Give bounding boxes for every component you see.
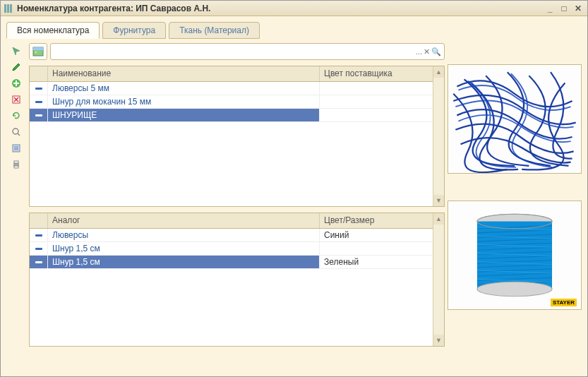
bottom-grid-header: Аналог Цвет/Размер — [30, 213, 433, 229]
svg-point-41 — [477, 282, 552, 296]
tab-all-nomenclature[interactable]: Вся номенклатура — [6, 22, 100, 39]
table-row[interactable]: Шнур 1,5 см — [30, 242, 433, 256]
window-title: Номенклатура контрагента: ИП Саврасов А.… — [17, 4, 542, 13]
titlebar: Номенклатура контрагента: ИП Саврасов А.… — [1, 1, 587, 16]
tabs-bar: Вся номенклатура Фурнитура Ткань (Матери… — [6, 22, 582, 39]
svg-rect-14 — [33, 47, 43, 50]
col-marker — [30, 66, 48, 81]
app-window: Номенклатура контрагента: ИП Саврасов А.… — [0, 0, 588, 377]
col-analog[interactable]: Аналог — [48, 213, 320, 228]
svg-rect-0 — [4, 4, 6, 13]
top-grid-header: Наименование Цвет поставщика — [30, 66, 433, 82]
col-marker — [30, 213, 48, 228]
right-column: STAYER — [448, 43, 582, 371]
app-icon — [4, 4, 13, 13]
image-filter-button[interactable] — [29, 43, 47, 60]
edit-icon[interactable] — [9, 61, 23, 73]
svg-point-5 — [13, 128, 18, 134]
scroll-down-icon[interactable]: ▼ — [433, 335, 444, 346]
table-row[interactable]: Люверсы Синий — [30, 229, 433, 242]
table-row[interactable]: Шнур 1,5 см Зеленый — [30, 256, 433, 269]
search-box: ... ✕ 🔍 — [50, 43, 445, 60]
main-area: ... ✕ 🔍 Наименование Цвет поставщика — [6, 43, 582, 371]
scroll-up-icon[interactable]: ▲ — [433, 66, 444, 78]
col-name[interactable]: Наименование — [48, 66, 320, 81]
add-icon[interactable] — [9, 77, 23, 90]
tab-fabric[interactable]: Ткань (Материал) — [169, 22, 260, 39]
find-icon[interactable] — [9, 126, 23, 138]
top-scrollbar[interactable]: ▲ ▼ — [433, 66, 444, 206]
rope-image — [448, 65, 581, 173]
refresh-icon[interactable] — [9, 109, 23, 122]
minimize-button[interactable]: _ — [544, 3, 556, 14]
list-icon[interactable] — [9, 142, 23, 155]
svg-rect-1 — [7, 4, 9, 13]
bottom-preview: STAYER — [448, 201, 582, 310]
table-row[interactable]: Люверсы 5 мм — [30, 82, 433, 95]
search-controls: ... ✕ 🔍 — [416, 47, 444, 56]
search-row: ... ✕ 🔍 — [29, 43, 445, 60]
bottom-grid: Аналог Цвет/Размер Люверсы Синий — [29, 213, 445, 347]
bottom-grid-body: Люверсы Синий Шнур 1,5 см Шнур 1,5 см — [30, 229, 433, 346]
top-preview — [448, 64, 582, 174]
top-grid-body: Люверсы 5 мм Шнур для мокачин 15 мм ШНУР — [30, 82, 433, 206]
tab-furniture[interactable]: Фурнитура — [102, 22, 166, 39]
print-icon[interactable] — [9, 158, 23, 171]
search-input[interactable] — [51, 47, 416, 56]
col-color-size[interactable]: Цвет/Размер — [320, 213, 433, 228]
svg-rect-2 — [10, 4, 12, 13]
search-clear-icon[interactable]: ✕ — [424, 47, 430, 56]
table-row[interactable]: ШНУРИЩЕ — [30, 109, 433, 122]
close-button[interactable]: ✕ — [572, 3, 584, 14]
center-column: ... ✕ 🔍 Наименование Цвет поставщика — [29, 43, 445, 371]
spool-image — [448, 201, 581, 309]
svg-rect-11 — [14, 161, 18, 163]
svg-point-15 — [35, 52, 37, 54]
table-row[interactable]: Шнур для мокачин 15 мм — [30, 95, 433, 109]
svg-rect-12 — [14, 166, 18, 168]
delete-icon[interactable] — [9, 93, 23, 106]
scroll-up-icon[interactable]: ▲ — [433, 213, 444, 225]
search-go-icon[interactable]: 🔍 — [431, 47, 441, 56]
brand-badge: STAYER — [551, 299, 577, 306]
maximize-button[interactable]: □ — [558, 3, 570, 14]
search-more-icon[interactable]: ... — [416, 47, 422, 56]
scroll-down-icon[interactable]: ▼ — [433, 195, 444, 206]
col-supplier-color[interactable]: Цвет поставщика — [320, 66, 433, 81]
select-icon[interactable] — [9, 44, 23, 57]
bottom-scrollbar[interactable]: ▲ ▼ — [433, 213, 444, 346]
left-toolbar — [6, 43, 26, 371]
top-grid: Наименование Цвет поставщика Люверсы 5 м… — [29, 66, 445, 207]
content-area: Вся номенклатура Фурнитура Ткань (Матери… — [1, 16, 587, 376]
